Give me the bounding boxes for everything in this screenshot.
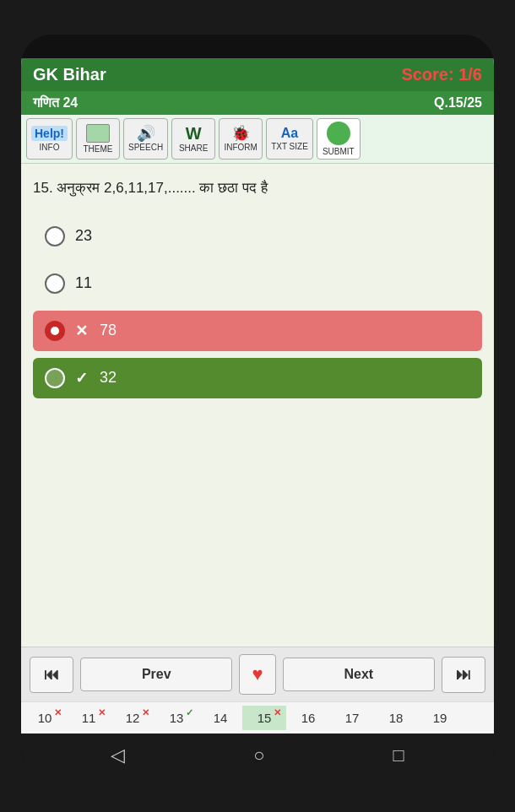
option-b-label: 11 (75, 274, 92, 292)
share-label: SHARE (179, 143, 208, 153)
skip-first-icon: ⏮ (44, 666, 59, 684)
mark-11: ✕ (98, 707, 106, 718)
skip-last-icon: ⏭ (456, 666, 471, 684)
phone-frame: GK Bihar Score: 1/6 गणित 24 Q.15/25 Help… (21, 35, 494, 777)
q-num-11[interactable]: ✕ 11 (67, 706, 111, 730)
q-num-19[interactable]: 19 (418, 706, 462, 730)
prev-label: Prev (142, 667, 171, 682)
speech-icon: 🔊 (137, 126, 155, 141)
mark-12: ✕ (142, 707, 149, 718)
num-16: 16 (301, 711, 316, 725)
sub-header: गणित 24 Q.15/25 (21, 91, 494, 115)
submit-icon (327, 122, 350, 145)
q-num-12[interactable]: ✕ 12 (111, 706, 154, 730)
info-button[interactable]: Help! INFO (26, 118, 73, 160)
num-15: 15 (258, 711, 272, 725)
q-num-13[interactable]: ✓ 13 (154, 706, 198, 730)
share-icon: W (186, 125, 202, 142)
radio-b (45, 273, 65, 294)
q-num-17[interactable]: 17 (330, 706, 374, 730)
num-14: 14 (214, 711, 228, 725)
question-count: Q.15/25 (434, 95, 482, 111)
option-c[interactable]: ✕ 78 (33, 311, 482, 351)
app-header: GK Bihar Score: 1/6 (21, 58, 494, 91)
num-12: 12 (126, 711, 140, 725)
heart-button[interactable]: ♥ (239, 654, 275, 695)
option-a-label: 23 (75, 227, 92, 245)
q-num-15[interactable]: ✕ 15 (242, 706, 286, 730)
back-button[interactable]: ◁ (104, 738, 132, 773)
num-18: 18 (389, 711, 404, 725)
num-19: 19 (433, 711, 447, 725)
option-a[interactable]: 23 (33, 216, 482, 257)
nav-bar: ⏮ Prev ♥ Next ⏭ (21, 647, 494, 701)
heart-icon: ♥ (252, 663, 263, 685)
mark-10: ✕ (54, 707, 62, 718)
radio-a (45, 226, 65, 246)
option-c-label: 78 (100, 322, 117, 339)
radio-c-fill (51, 327, 59, 335)
question-number-bar: ✕ 10 ✕ 11 ✕ 12 ✓ 13 14 ✕ 15 (21, 701, 494, 734)
theme-icon (86, 124, 110, 143)
option-b[interactable]: 11 (33, 263, 482, 304)
home-icon: ○ (253, 744, 264, 766)
q-num-18[interactable]: 18 (374, 706, 418, 730)
txt-size-label: TXT SIZE (271, 142, 308, 151)
info-icon: Help! (31, 126, 68, 141)
skip-last-button[interactable]: ⏭ (442, 657, 485, 693)
q-num-14[interactable]: 14 (198, 706, 242, 730)
speech-label: SPEECH (128, 143, 163, 152)
radio-c (45, 321, 65, 341)
num-17: 17 (345, 711, 360, 725)
app-container: GK Bihar Score: 1/6 गणित 24 Q.15/25 Help… (21, 58, 494, 734)
recent-button[interactable]: □ (387, 738, 411, 773)
submit-label: SUBMIT (323, 147, 355, 156)
recent-icon: □ (393, 744, 404, 766)
next-button[interactable]: Next (283, 658, 435, 691)
back-icon: ◁ (111, 744, 125, 766)
toolbar: Help! INFO THEME 🔊 SPEECH W SHARE 🐞 INFO… (21, 115, 494, 164)
mark-15: ✕ (274, 707, 281, 718)
options-area: 23 11 ✕ 78 ✓ 32 (21, 208, 494, 647)
status-bar (21, 35, 494, 58)
txt-size-icon: Aa (281, 127, 298, 140)
bug-icon: 🐞 (231, 126, 250, 141)
radio-d (45, 368, 65, 388)
bottom-nav: ◁ ○ □ (21, 734, 494, 777)
next-label: Next (344, 667, 373, 682)
inform-button[interactable]: 🐞 INFORM (219, 118, 263, 160)
question-text: 15. अनुक्रम 2,6,11,17,....... का छठा पद … (33, 177, 482, 199)
correct-icon: ✓ (75, 369, 88, 387)
category-label: गणित 24 (33, 95, 78, 111)
mark-13: ✓ (186, 707, 193, 718)
option-d-label: 32 (100, 369, 117, 387)
txt-size-button[interactable]: Aa TXT SIZE (266, 118, 313, 160)
num-10: 10 (38, 711, 52, 725)
speech-button[interactable]: 🔊 SPEECH (123, 118, 168, 160)
option-d[interactable]: ✓ 32 (33, 358, 482, 398)
theme-button[interactable]: THEME (76, 118, 120, 160)
wrong-icon: ✕ (75, 322, 88, 340)
score-display: Score: 1/6 (401, 65, 482, 84)
theme-label: THEME (84, 144, 113, 154)
info-label: INFO (40, 143, 60, 152)
num-11: 11 (82, 711, 96, 725)
q-num-16[interactable]: 16 (286, 706, 330, 730)
q-num-10[interactable]: ✕ 10 (23, 706, 67, 730)
notch (207, 41, 308, 52)
home-button[interactable]: ○ (247, 738, 271, 773)
skip-first-button[interactable]: ⏮ (30, 657, 73, 693)
question-area: 15. अनुक्रम 2,6,11,17,....... का छठा पद … (21, 164, 494, 208)
submit-button[interactable]: SUBMIT (317, 118, 360, 160)
share-button[interactable]: W SHARE (171, 118, 215, 160)
prev-button[interactable]: Prev (80, 658, 232, 691)
num-13: 13 (170, 711, 184, 725)
inform-label: INFORM (224, 143, 257, 152)
app-title: GK Bihar (33, 65, 106, 84)
